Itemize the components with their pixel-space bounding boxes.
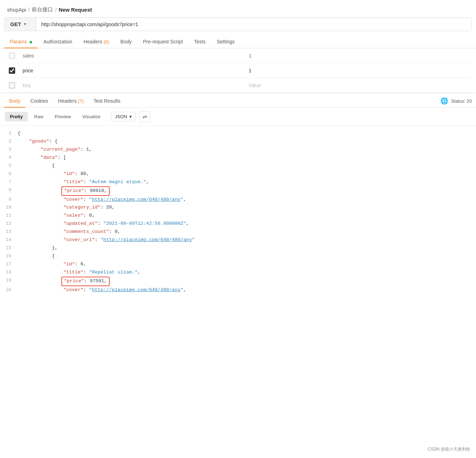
chevron-down-icon: ▾ — [24, 22, 26, 26]
request-tabs: Params Authorization Headers (6) Body Pr… — [0, 35, 476, 48]
param-checkbox-sales[interactable] — [4, 53, 20, 59]
url-input[interactable] — [36, 18, 471, 31]
param-value-placeholder[interactable]: Value — [246, 80, 472, 91]
code-line-14: 14 "cover_url": "http://placeimg.com/640… — [0, 236, 476, 244]
resp-toolbar: Pretty Raw Preview Visualize JSON ▾ ⇌ — [0, 108, 476, 126]
wrap-button[interactable]: ⇌ — [139, 111, 150, 122]
code-line-2: 2 "goods": { — [0, 138, 476, 146]
code-line-1: 1 { — [0, 129, 476, 138]
view-raw-button[interactable]: Raw — [29, 112, 48, 121]
resp-tab-test-results[interactable]: Test Results — [89, 95, 125, 107]
tab-pre-request[interactable]: Pre-request Script — [137, 35, 188, 48]
tab-authorization[interactable]: Authorization — [38, 35, 78, 48]
param-key-placeholder[interactable]: Key — [20, 80, 246, 91]
code-line-11: 11 "sales": 0, — [0, 212, 476, 220]
format-label: JSON — [115, 114, 127, 119]
code-line-19: 19 "price": 97591, — [0, 277, 476, 286]
param-value-sales[interactable]: 1 — [246, 50, 472, 61]
code-line-8: 8 "price": 98918, — [0, 186, 476, 196]
headers-badge: (6) — [104, 39, 109, 44]
param-row: price 1 — [4, 63, 472, 78]
response-tabs: Body Cookies Headers (7) Test Results 🌐 … — [0, 95, 476, 108]
code-line-15: 15 }, — [0, 244, 476, 252]
method-label: GET — [10, 21, 21, 27]
status-text: Status: 20 — [451, 98, 472, 104]
breadcrumb-sep-2: / — [55, 7, 56, 13]
resp-tab-headers[interactable]: Headers (7) — [53, 95, 89, 107]
view-pretty-button[interactable]: Pretty — [5, 112, 28, 121]
tab-settings[interactable]: Settings — [211, 35, 240, 48]
chevron-down-icon: ▾ — [129, 114, 132, 119]
tab-params[interactable]: Params — [4, 35, 38, 48]
params-section: sales 1 price 1 Key Value — [0, 48, 476, 93]
param-checkbox-empty[interactable] — [4, 82, 20, 89]
code-line-4: 4 "data": [ — [0, 154, 476, 162]
code-line-17: 17 "id": 6, — [0, 260, 476, 269]
globe-icon: 🌐 — [440, 97, 448, 105]
code-line-7: 7 "title": "Autem magni atque.", — [0, 178, 476, 186]
code-line-5: 5 { — [0, 162, 476, 170]
tab-tests[interactable]: Tests — [188, 35, 211, 48]
code-view: 1 { 2 "goods": { 3 "current_page": 1, 4 … — [0, 126, 476, 298]
view-preview-button[interactable]: Preview — [50, 112, 76, 121]
resp-tab-cookies[interactable]: Cookies — [25, 95, 53, 107]
url-bar: GET ▾ — [4, 17, 472, 31]
param-checkbox-price[interactable] — [4, 67, 20, 74]
code-line-13: 13 "comments_count": 0, — [0, 228, 476, 236]
code-line-16: 16 { — [0, 252, 476, 260]
param-key-price[interactable]: price — [20, 65, 246, 76]
resp-headers-badge: (7) — [78, 98, 84, 104]
code-line-20: 20 "cover": "http://placeimg.com/640/480… — [0, 286, 476, 294]
breadcrumb-current: New Request — [59, 7, 92, 13]
breadcrumb: shopApi / 前台接口 / New Request — [0, 0, 476, 17]
format-select[interactable]: JSON ▾ — [111, 112, 136, 121]
view-visualize-button[interactable]: Visualize — [77, 112, 105, 121]
code-line-3: 3 "current_page": 1, — [0, 146, 476, 154]
breadcrumb-shop[interactable]: shopApi — [7, 7, 26, 13]
status-area: 🌐 Status: 20 — [440, 97, 472, 105]
code-line-9: 9 "cover": "http://placeimg.com/640/480/… — [0, 196, 476, 204]
code-line-12: 12 "updated_at": "2021-09-09T12:42:56.00… — [0, 220, 476, 228]
breadcrumb-sep-1: / — [28, 7, 30, 13]
tab-body[interactable]: Body — [115, 35, 138, 48]
breadcrumb-frontend[interactable]: 前台接口 — [32, 6, 53, 13]
param-key-sales[interactable]: sales — [20, 50, 246, 61]
params-dot — [30, 41, 32, 43]
code-line-18: 18 "title": "Repellat ullam.", — [0, 269, 476, 277]
resp-tab-body[interactable]: Body — [4, 95, 25, 107]
method-select[interactable]: GET ▾ — [5, 18, 36, 31]
param-row: sales 1 — [4, 48, 472, 63]
code-line-6: 6 "id": 80, — [0, 170, 476, 178]
code-line-10: 10 "category_id": 28, — [0, 204, 476, 212]
param-row: Key Value — [4, 78, 472, 93]
tab-headers[interactable]: Headers (6) — [78, 35, 115, 48]
param-value-price[interactable]: 1 — [246, 65, 472, 76]
